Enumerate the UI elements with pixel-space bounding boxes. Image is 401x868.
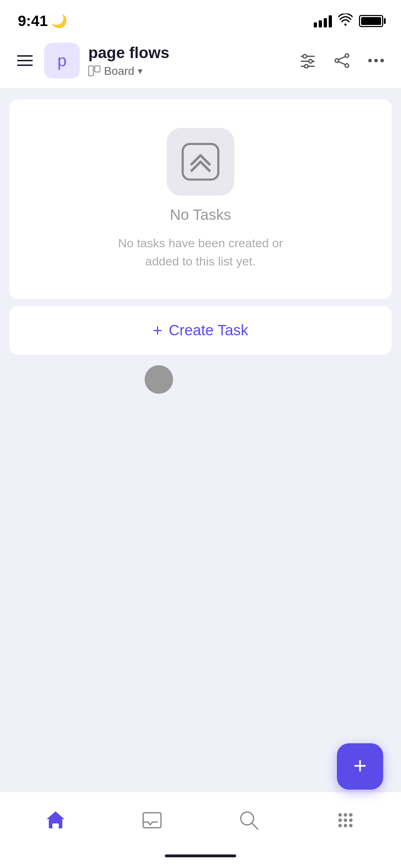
svg-point-24 bbox=[349, 818, 353, 822]
home-indicator-bar bbox=[165, 854, 236, 857]
bottom-nav bbox=[0, 792, 401, 849]
workspace-avatar[interactable]: p bbox=[44, 43, 80, 78]
status-icons bbox=[314, 14, 383, 29]
svg-line-11 bbox=[339, 57, 345, 60]
svg-point-3 bbox=[303, 55, 307, 58]
no-tasks-title: No Tasks bbox=[170, 206, 231, 223]
header-actions bbox=[297, 50, 387, 71]
empty-state-icon-wrapper bbox=[167, 128, 234, 196]
grid-icon bbox=[334, 809, 356, 831]
view-chevron-icon: ▾ bbox=[138, 66, 142, 77]
home-indicator bbox=[0, 849, 401, 868]
home-icon bbox=[45, 809, 67, 831]
svg-point-25 bbox=[338, 824, 342, 827]
svg-point-19 bbox=[338, 813, 342, 817]
menu-button[interactable] bbox=[14, 52, 36, 69]
header: p page flows Board ▾ bbox=[0, 36, 401, 89]
svg-point-22 bbox=[338, 818, 342, 822]
svg-rect-1 bbox=[95, 66, 100, 72]
workspace-letter: p bbox=[57, 51, 67, 70]
scroll-indicator bbox=[145, 365, 173, 394]
inbox-icon bbox=[141, 809, 163, 831]
more-icon bbox=[368, 59, 384, 62]
status-time: 9:41 🌙 bbox=[18, 12, 67, 30]
svg-point-21 bbox=[349, 813, 353, 817]
signal-icon bbox=[314, 15, 332, 27]
view-selector[interactable]: Board ▾ bbox=[88, 64, 288, 78]
create-task-plus-icon: + bbox=[153, 322, 162, 339]
header-title-group: page flows Board ▾ bbox=[88, 43, 288, 78]
view-name-label: Board bbox=[104, 64, 134, 78]
svg-point-26 bbox=[344, 824, 347, 827]
search-icon bbox=[238, 809, 260, 831]
board-view-icon bbox=[88, 66, 100, 76]
svg-point-27 bbox=[349, 824, 353, 827]
no-tasks-description: No tasks have been created or added to t… bbox=[101, 234, 300, 270]
share-icon bbox=[334, 53, 350, 68]
svg-rect-15 bbox=[52, 823, 59, 828]
fab-add-button[interactable]: + bbox=[337, 743, 383, 790]
filter-icon bbox=[300, 53, 316, 68]
clickup-logo-icon bbox=[181, 142, 220, 181]
status-bar: 9:41 🌙 bbox=[0, 0, 401, 36]
svg-line-18 bbox=[252, 823, 258, 829]
svg-rect-16 bbox=[143, 813, 161, 828]
moon-icon: 🌙 bbox=[51, 14, 67, 29]
nav-search[interactable] bbox=[232, 804, 266, 837]
share-button[interactable] bbox=[331, 50, 353, 71]
main-content: No Tasks No tasks have been created or a… bbox=[0, 89, 401, 792]
battery-icon bbox=[359, 15, 383, 27]
svg-rect-0 bbox=[89, 66, 93, 76]
svg-point-5 bbox=[309, 60, 312, 63]
nav-home[interactable] bbox=[39, 804, 72, 837]
svg-line-12 bbox=[339, 62, 345, 64]
nav-inbox[interactable] bbox=[135, 804, 169, 837]
project-name: page flows bbox=[88, 43, 288, 62]
more-button[interactable] bbox=[365, 56, 387, 65]
wifi-icon bbox=[338, 14, 353, 29]
filter-button[interactable] bbox=[297, 50, 318, 71]
empty-state-card: No Tasks No tasks have been created or a… bbox=[9, 99, 392, 299]
create-task-label: Create Task bbox=[169, 322, 248, 339]
svg-point-7 bbox=[304, 64, 308, 68]
fab-plus-icon: + bbox=[353, 754, 366, 777]
create-task-button[interactable]: + Create Task bbox=[9, 306, 392, 355]
time-display: 9:41 bbox=[18, 12, 48, 30]
svg-point-23 bbox=[344, 818, 347, 822]
svg-point-20 bbox=[344, 813, 347, 817]
nav-apps[interactable] bbox=[329, 804, 362, 837]
